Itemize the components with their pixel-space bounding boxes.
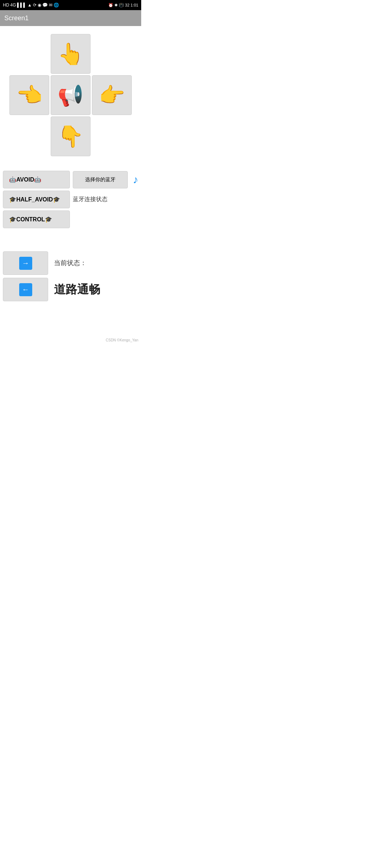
dpad-down-button[interactable]: 👇 bbox=[51, 116, 91, 156]
forward-arrow-icon: → bbox=[19, 257, 32, 270]
control-button[interactable]: 🎓CONTROL🎓 bbox=[3, 210, 70, 228]
do-not-disturb-icon: ◉ bbox=[38, 3, 41, 8]
dpad-empty-tr bbox=[92, 34, 132, 74]
hd-icon: HD bbox=[3, 3, 9, 8]
status-value-panel: 道路通畅 bbox=[54, 282, 138, 298]
dpad-empty-bl bbox=[9, 116, 49, 156]
network-icon: 4G bbox=[10, 3, 16, 8]
status-value: 道路通畅 bbox=[54, 282, 138, 298]
rotation-icon: ⟳ bbox=[33, 3, 37, 8]
half-avoid-button[interactable]: 🎓HALF_AVOID🎓 bbox=[3, 191, 70, 208]
status-panel: 当前状态： bbox=[54, 259, 138, 268]
spacer-1 bbox=[0, 157, 141, 168]
mode-row-3: 🎓CONTROL🎓 bbox=[3, 210, 138, 228]
bluetooth-icon: ✱ bbox=[114, 3, 118, 8]
vibrate-icon: 📳 bbox=[119, 3, 124, 8]
watermark: CSDN ©Kengo_Yan bbox=[0, 337, 141, 344]
up-arrow-icon: 👆 bbox=[58, 42, 84, 66]
mode-section: 🤖AVOID🤖 选择你的蓝牙 ♪ 🎓HALF_AVOID🎓 蓝牙连接状态 🎓CO… bbox=[0, 168, 141, 233]
avoid-button[interactable]: 🤖AVOID🤖 bbox=[3, 171, 70, 188]
music-icon: ♪ bbox=[133, 174, 138, 186]
dpad-right-button[interactable]: 👉 bbox=[92, 75, 132, 115]
status-bar-left: HD 4G ▌▌▌ ▲ ⟳ ◉ 💬 ✉ 🌐 bbox=[3, 3, 59, 8]
dpad-row-middle: 👈 📢 👉 bbox=[9, 75, 133, 116]
dir-row-back: ← 道路通畅 bbox=[3, 278, 138, 301]
back-arrow-icon: ← bbox=[19, 283, 32, 296]
wifi-icon: ▲ bbox=[28, 3, 32, 8]
forward-button[interactable]: → bbox=[3, 251, 48, 275]
dpad-row-top: 👆 bbox=[9, 33, 133, 75]
mode-row-1: 🤖AVOID🤖 选择你的蓝牙 ♪ bbox=[3, 171, 138, 188]
dpad-empty-br bbox=[92, 116, 132, 156]
megaphone-icon: 📢 bbox=[58, 83, 84, 107]
battery-level: 32 bbox=[125, 3, 129, 7]
wechat-icon: 💬 bbox=[42, 3, 48, 8]
bottom-spacer bbox=[0, 308, 141, 337]
dir-row-forward: → 当前状态： bbox=[3, 251, 138, 275]
status-bar: HD 4G ▌▌▌ ▲ ⟳ ◉ 💬 ✉ 🌐 ⏰ ✱ 📳 32 1:01 bbox=[0, 0, 141, 10]
right-arrow-icon: 👉 bbox=[99, 83, 125, 107]
dir-section: → 当前状态： ← 道路通畅 bbox=[0, 248, 141, 308]
time-display: 1:01 bbox=[131, 3, 138, 7]
status-label: 当前状态： bbox=[54, 259, 138, 267]
bluetooth-status-label: 蓝牙连接状态 bbox=[73, 194, 108, 205]
dpad-empty-tl bbox=[9, 34, 49, 74]
dpad-left-button[interactable]: 👈 bbox=[9, 75, 49, 115]
status-bar-right: ⏰ ✱ 📳 32 1:01 bbox=[108, 3, 138, 8]
dpad-up-button[interactable]: 👆 bbox=[51, 34, 91, 74]
mode-row-2: 🎓HALF_AVOID🎓 蓝牙连接状态 bbox=[3, 191, 138, 208]
down-arrow-icon: 👇 bbox=[58, 124, 84, 149]
dpad-row-bottom: 👇 bbox=[9, 116, 133, 157]
app-bar: Screen1 bbox=[0, 10, 141, 26]
dpad-center-button[interactable]: 📢 bbox=[51, 75, 91, 115]
left-arrow-icon: 👈 bbox=[16, 83, 42, 107]
bluetooth-select-button[interactable]: 选择你的蓝牙 bbox=[73, 171, 128, 188]
signal-icon: ▌▌▌ bbox=[17, 3, 26, 8]
dpad-container: 👆 👈 📢 👉 👇 bbox=[0, 33, 141, 157]
spacer-2 bbox=[0, 233, 141, 244]
alarm-icon: ⏰ bbox=[108, 3, 113, 8]
app-title: Screen1 bbox=[4, 14, 29, 22]
back-button[interactable]: ← bbox=[3, 278, 48, 301]
browser-icon: 🌐 bbox=[54, 3, 59, 8]
main-content: 👆 👈 📢 👉 👇 🤖AV bbox=[0, 26, 141, 347]
notes-icon: ✉ bbox=[49, 3, 52, 8]
